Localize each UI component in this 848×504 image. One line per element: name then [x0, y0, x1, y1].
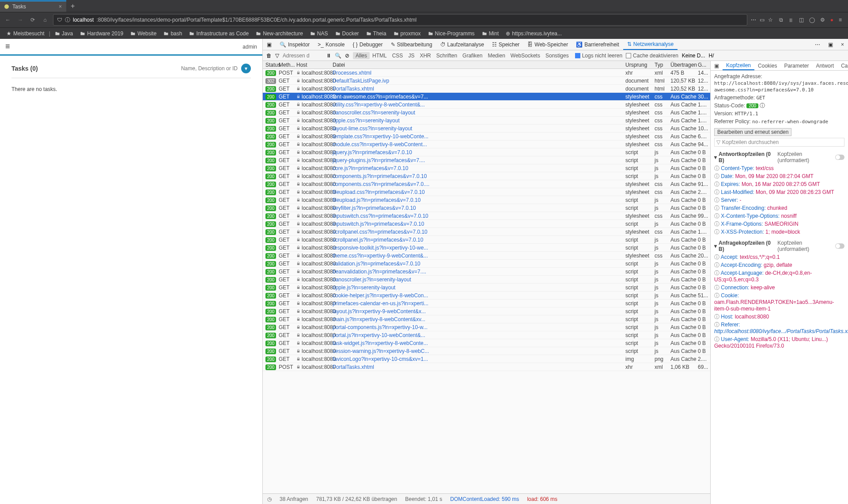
network-row[interactable]: 200 GET localhost:8080 ripple.js?ln=sere…	[263, 284, 710, 292]
tasks-search-input[interactable]	[158, 65, 238, 72]
info-icon[interactable]: ⓘ	[714, 205, 719, 211]
details-tab[interactable]: Antwort	[812, 61, 837, 70]
info-icon[interactable]: ⓘ	[714, 229, 719, 235]
network-row[interactable]: 200 GET localhost:8080 validation.js?ln=…	[263, 260, 710, 268]
throttle-select[interactable]: Keine D...	[682, 53, 705, 59]
network-row[interactable]: 200 GET localhost:8080 nanoscroller.js?l…	[263, 276, 710, 284]
network-row[interactable]: 200 GET localhost:8080 fileupload.css?ln…	[263, 188, 710, 196]
network-row[interactable]: 200 POST localhost:8080 PortalTasks.xhtm…	[263, 363, 710, 371]
raw-toggle[interactable]: Kopfzeilen (unformatiert)	[777, 151, 844, 163]
devtools-close-icon[interactable]: ×	[837, 39, 848, 50]
sidebar-icon[interactable]: ◫	[799, 17, 804, 23]
info-icon[interactable]: ⓘ	[714, 213, 719, 219]
bookmark-item[interactable]: ⊕ https://nexus.ivytea...	[503, 30, 564, 38]
network-row[interactable]: 302 GET localhost:8080 DefaultTaskListPa…	[263, 77, 710, 85]
devtools-tab[interactable]: ✎Stilbearbeitung	[387, 39, 436, 50]
network-row[interactable]: 200 GET localhost:8080 faviconLogo?ln=xp…	[263, 355, 710, 363]
close-tab-icon[interactable]: ×	[59, 4, 62, 10]
network-row[interactable]: 200 GET localhost:8080 scrollpanel.js?ln…	[263, 236, 710, 244]
column-header[interactable]: Übertragen	[670, 62, 698, 68]
filter-pill[interactable]: WebSockets	[508, 52, 543, 59]
column-header[interactable]: Status	[263, 62, 279, 68]
filter-pill[interactable]: JS	[405, 52, 417, 59]
reader-icon[interactable]: ▭	[760, 17, 765, 23]
bookmark-item[interactable]: Hardware 2019	[77, 30, 126, 38]
column-header[interactable]: G...	[698, 62, 710, 68]
details-tab[interactable]: Cache	[837, 61, 848, 70]
extension1-icon[interactable]: ⚙	[820, 17, 825, 23]
info-icon[interactable]: ⓘ	[760, 102, 765, 109]
bookmark-item[interactable]: proxmox	[391, 30, 424, 38]
reload-button[interactable]: ⟳	[28, 17, 37, 23]
back-button[interactable]: ←	[4, 17, 12, 23]
network-row[interactable]: 200 GET localhost:8080 components.css?ln…	[263, 180, 710, 188]
bookmark-item[interactable]: Mint	[479, 30, 502, 38]
info-icon[interactable]: ⓘ	[714, 173, 719, 179]
network-row[interactable]: 200 GET localhost:8080 jquery-plugins.js…	[263, 156, 710, 164]
close-details-icon[interactable]: ▣	[711, 61, 723, 70]
filter-pill[interactable]: HTML	[370, 52, 390, 59]
info-icon[interactable]: ⓘ	[714, 262, 719, 268]
response-headers-group[interactable]: ▾ Antwortkopfzeilen (0 B) Kopfzeilen (un…	[714, 151, 844, 163]
bookmark-item[interactable]: New-architecture	[253, 30, 306, 38]
network-row[interactable]: 200 GET localhost:8080 ripple.css?ln=ser…	[263, 117, 710, 125]
network-row[interactable]: 200 GET localhost:8080 components.js?ln=…	[263, 172, 710, 180]
info-icon[interactable]: ⓘ	[714, 284, 719, 291]
info-icon[interactable]: ⓘ	[714, 292, 719, 299]
network-row[interactable]: 200 GET localhost:8080 PortalTasks.xhtml…	[263, 85, 710, 93]
bookmark-item[interactable]: Java	[52, 30, 76, 38]
network-row[interactable]: 200 GET localhost:8080 task-widget.js?ln…	[263, 339, 710, 347]
column-header[interactable]: Meth...	[279, 62, 296, 68]
network-row[interactable]: 200 GET localhost:8080 core.js?ln=primef…	[263, 164, 710, 172]
devtools-tab[interactable]: 🗄Web-Speicher	[523, 39, 572, 50]
raw-toggle[interactable]: Kopfzeilen (unformatiert)	[777, 240, 844, 252]
network-row[interactable]: 200 GET localhost:8080 beanvalidation.js…	[263, 268, 710, 276]
details-tab[interactable]: Parameter	[780, 61, 812, 70]
devtools-tab[interactable]: ☷Speicher	[488, 39, 523, 50]
filter-headers-input[interactable]: ▽Kopfzeilen durchsuchen	[714, 138, 844, 147]
devtools-tab[interactable]: ⏱Laufzeitanalyse	[436, 39, 488, 50]
new-tab-button[interactable]: +	[66, 2, 79, 10]
info-icon[interactable]: ⓘ	[65, 16, 70, 24]
filter-pill[interactable]: Sonstiges	[543, 52, 572, 59]
network-row[interactable]: 200 GET localhost:8080 inputswitch.css?l…	[263, 212, 710, 220]
network-row[interactable]: 200 GET localhost:8080 primefaces-calend…	[263, 299, 710, 307]
details-tab[interactable]: Cookies	[754, 61, 780, 70]
network-row[interactable]: 200 GET localhost:8080 inputswitch.js?ln…	[263, 220, 710, 228]
info-icon[interactable]: ⓘ	[714, 322, 719, 328]
bookmark-item[interactable]: Theia	[363, 30, 389, 38]
home-button[interactable]: ⌂	[41, 17, 49, 23]
network-row[interactable]: 200 GET localhost:8080 nanoscroller.css?…	[263, 109, 710, 117]
info-icon[interactable]: ⓘ	[714, 165, 719, 171]
bookmark-item[interactable]: Infrastructure as Code	[186, 30, 251, 38]
devtools-tab[interactable]: { }Debugger	[348, 39, 386, 50]
address-bar[interactable]: 🛡 ⓘ localhost:8080/ivy/faces/instances/d…	[53, 14, 747, 26]
info-icon[interactable]: ⓘ	[714, 314, 719, 320]
devtools-tab[interactable]: >_Konsole	[314, 39, 348, 50]
menu-icon[interactable]: ≡	[839, 17, 842, 23]
bookmark-item[interactable]: bash	[161, 30, 185, 38]
info-icon[interactable]: ⓘ	[714, 254, 719, 260]
user-label[interactable]: admin	[242, 44, 257, 50]
info-icon[interactable]: ⓘ	[714, 181, 719, 187]
network-row[interactable]: 200 GET localhost:8080 keyfilter.js?ln=p…	[263, 204, 710, 212]
disable-cache-checkbox[interactable]: Cache deaktivieren	[626, 53, 678, 59]
network-row[interactable]: 200 GET localhost:8080 utility.css?ln=xp…	[263, 101, 710, 109]
network-row[interactable]: 200 GET localhost:8080 portal-components…	[263, 323, 710, 331]
preserve-log-checkbox[interactable]: Logs nicht leeren	[575, 53, 622, 59]
edit-resend-button[interactable]: Bearbeiten und erneut senden	[714, 128, 791, 136]
devtools-tab[interactable]: ♿Barrierefreiheit	[572, 39, 623, 50]
account-icon[interactable]: ◯	[809, 17, 815, 23]
search-icon[interactable]: 🔍	[335, 53, 341, 59]
clear-icon[interactable]: 🗑	[266, 53, 272, 59]
filter-pill[interactable]: Grafiken	[460, 52, 485, 59]
devtools-more-icon[interactable]: ⋯	[811, 39, 824, 50]
har-menu[interactable]: H/	[709, 53, 714, 59]
details-tab[interactable]: Kopfzeilen	[723, 61, 754, 70]
pocket-icon[interactable]: ⧉	[779, 17, 783, 23]
filter-button[interactable]: ▾	[241, 64, 251, 73]
filter-input[interactable]	[283, 53, 322, 59]
network-row[interactable]: 200 GET localhost:8080 layout-lime.css?l…	[263, 125, 710, 133]
network-row[interactable]: 200 POST localhost:8080 Processes.xhtml …	[263, 69, 710, 77]
bookmark-item[interactable]: Meistbesucht	[4, 30, 47, 38]
